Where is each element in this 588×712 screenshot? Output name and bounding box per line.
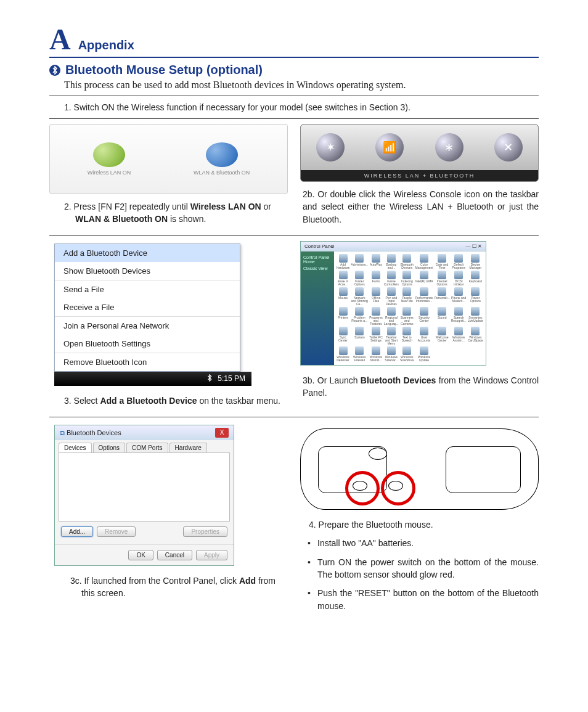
menu-show-bluetooth-devices[interactable]: Show Bluetooth Devices <box>55 262 240 280</box>
section-title: Bluetooth Mouse Setup (optional) <box>65 63 263 77</box>
cp-item[interactable]: Windows Mobilit... <box>369 346 383 362</box>
cp-item[interactable]: Sync Center <box>337 327 350 345</box>
cp-item[interactable]: Welcome Center <box>435 327 450 345</box>
cp-item[interactable]: Windows Firewall <box>351 346 368 362</box>
cp-item[interactable]: Windows SideShow <box>400 346 414 362</box>
cp-side-title: Control Panel Home <box>303 255 332 264</box>
cp-item[interactable]: Text to Speech <box>400 327 414 345</box>
cp-item[interactable]: Windows CardSpace <box>468 327 483 345</box>
wireless-console-label: WIRELESS LAN + BLUETOOTH <box>301 170 538 181</box>
dialog-titlebar: ⧉ Bluetooth Devices X <box>55 425 234 440</box>
apply-button[interactable]: Apply <box>196 550 227 560</box>
menu-add-bluetooth-device[interactable]: Add a Bluetooth Device <box>55 244 240 262</box>
wireless-console-figure: ✶ 📶 ∗ ✕ WIRELESS LAN + BLUETOOTH <box>300 124 539 182</box>
cp-item[interactable]: Personali... <box>435 287 450 306</box>
control-panel-breadcrumb: Control Panel <box>304 243 334 249</box>
cp-item[interactable]: Mouse <box>337 287 350 306</box>
cp-item[interactable]: Power Options <box>468 287 483 306</box>
menu-join-pan[interactable]: Join a Personal Area Network <box>55 317 240 335</box>
window-controls[interactable]: — ☐ ✕ <box>466 243 482 249</box>
cp-item[interactable]: Folder Options <box>351 271 368 286</box>
section-heading: Bluetooth Mouse Setup (optional) <box>49 63 539 77</box>
bluetooth-icon: ⧉ <box>60 429 65 436</box>
add-button[interactable]: Add... <box>61 526 93 537</box>
ok-button[interactable]: OK <box>128 550 153 560</box>
cancel-button[interactable]: Cancel <box>157 550 192 560</box>
cp-item[interactable]: Pen and Input Devices <box>384 287 399 306</box>
cp-item[interactable]: Game Controllers <box>384 271 399 286</box>
cp-item[interactable]: Problem Reports a... <box>351 307 368 325</box>
cp-item[interactable]: Windows Sidebar... <box>384 346 399 362</box>
control-panel-window: Control Panel — ☐ ✕ Control Panel Home C… <box>300 241 486 366</box>
cp-item[interactable]: People Near Me <box>400 287 414 306</box>
tab-options[interactable]: Options <box>93 443 125 452</box>
tab-com-ports[interactable]: COM Ports <box>126 443 168 452</box>
bullet-batteries: Install two "AA" batteries. <box>317 537 539 549</box>
menu-open-settings[interactable]: Open Bluetooth Settings <box>55 335 240 353</box>
wlan-on-icon: Wireless LAN ON <box>88 142 131 176</box>
cp-item[interactable]: Administra... <box>351 254 368 269</box>
bluetooth-devices-dialog: ⧉ Bluetooth Devices X Devices Options CO… <box>54 425 234 566</box>
cp-item[interactable]: Ease of Acce... <box>337 271 350 286</box>
control-panel-sidebar: Control Panel Home Classic View <box>301 252 334 365</box>
cp-item[interactable]: Backup and... <box>384 254 399 269</box>
cp-item[interactable]: Fonts <box>369 271 383 286</box>
cp-item[interactable]: Security Center <box>415 307 433 325</box>
cp-item[interactable]: iSCSI Initiator <box>451 271 467 286</box>
taskbar-clock: 5:15 PM <box>218 374 245 383</box>
menu-send-file[interactable]: Send a File <box>55 280 240 298</box>
menu-receive-file[interactable]: Receive a File <box>55 298 240 316</box>
bluetooth-context-menu: Add a Bluetooth Device Show Bluetooth De… <box>54 243 240 372</box>
cp-item[interactable]: Offline Files <box>369 287 383 306</box>
close-button[interactable]: X <box>215 428 229 438</box>
cp-item[interactable]: Symantec LiveUpdate <box>468 307 483 325</box>
divider <box>49 235 539 236</box>
cp-item[interactable]: Indexing Options <box>400 271 414 286</box>
step-2: 2. Press [FN F2] repeatedly until Wirele… <box>64 200 288 226</box>
cp-item[interactable]: Color Management <box>415 254 433 269</box>
cp-item[interactable]: Windows Anytim... <box>451 327 467 345</box>
tab-devices[interactable]: Devices <box>59 443 92 452</box>
cp-item[interactable]: Tablet PC Settings <box>369 327 383 345</box>
cp-item[interactable]: Regional and Languag... <box>384 307 399 325</box>
cp-item[interactable]: Windows Defender <box>337 346 350 362</box>
wlan-bt-on-icon: WLAN & Bluetooth ON <box>194 142 250 176</box>
cp-item[interactable]: Programs and Features <box>369 307 383 325</box>
cp-item[interactable]: Device Manager <box>468 254 483 269</box>
cp-item[interactable]: Internet Options <box>435 271 450 286</box>
cp-item[interactable]: Speech Recogniti... <box>451 307 467 325</box>
cp-item[interactable]: Performance Informatio... <box>415 287 433 306</box>
cp-item[interactable]: Default Programs <box>451 254 467 269</box>
cp-item[interactable]: Keyboard <box>468 271 483 286</box>
remove-button[interactable]: Remove <box>97 526 136 537</box>
cp-item[interactable]: Add Hardware <box>337 254 350 269</box>
off-orb-icon: ✕ <box>494 133 523 162</box>
properties-button[interactable]: Properties <box>183 526 227 537</box>
bluetooth-tray-icon[interactable] <box>206 374 213 383</box>
cp-item[interactable]: Network and Sharing Ce... <box>351 287 368 306</box>
wlan-on-label: Wireless LAN ON <box>88 170 131 176</box>
cp-item[interactable]: Printers <box>337 307 350 325</box>
cp-item[interactable]: Sound <box>435 307 450 325</box>
menu-remove-icon[interactable]: Remove Bluetooth Icon <box>55 353 240 371</box>
cp-item[interactable]: Windows Update <box>415 346 433 362</box>
cp-item[interactable]: Scanners and Cameras <box>400 307 414 325</box>
cp-item[interactable]: Phone and Modem... <box>451 287 467 306</box>
cp-item[interactable]: Intel(R) GMA <box>415 271 433 286</box>
divider <box>49 118 539 119</box>
cp-classic-view-link[interactable]: Classic View <box>303 266 332 271</box>
cp-item[interactable]: AutoPlay <box>369 254 383 269</box>
cp-item[interactable]: Date and Time <box>435 254 450 269</box>
cp-item[interactable]: User Accounts <box>415 327 433 345</box>
bt-orb-icon: ∗ <box>435 133 463 162</box>
wireless-icons-figure: Wireless LAN ON WLAN & Bluetooth ON <box>49 124 288 194</box>
tab-hardware[interactable]: Hardware <box>169 443 207 452</box>
step-3: 3. Select Add a Bluetooth Device on the … <box>64 395 288 407</box>
step-1: 1. Switch ON the Wireless function if ne… <box>64 102 539 112</box>
cp-item[interactable]: System <box>351 327 368 345</box>
wifi-orb-icon: 📶 <box>375 133 404 162</box>
cp-item[interactable]: Bluetooth Devices <box>400 254 414 269</box>
cp-item[interactable]: Taskbar and Start Menu <box>384 327 399 345</box>
header-label: Appendix <box>78 38 134 52</box>
dialog-tabs: Devices Options COM Ports Hardware <box>55 440 234 452</box>
